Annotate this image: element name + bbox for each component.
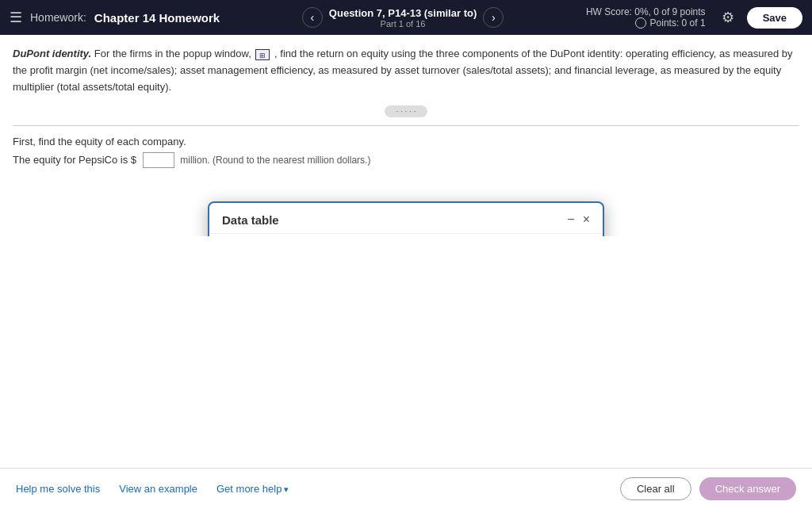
- save-button[interactable]: Save: [747, 7, 802, 29]
- divider: [13, 125, 799, 126]
- question-text: DuPont identity. For the firms in the po…: [13, 46, 799, 95]
- modal-body: Click on the following Icon ⧉ in order t…: [209, 234, 603, 236]
- collapse-bar: · · · · ·: [13, 105, 799, 117]
- data-table-modal: Data table − × Click on the following Ic…: [208, 201, 604, 236]
- hw-score-section: HW Score: 0%, 0 of 9 points Points: 0 of…: [586, 6, 706, 29]
- equity-input[interactable]: [143, 152, 174, 168]
- dupont-bold-label: DuPont identity.: [13, 48, 91, 59]
- equity-intro: First, find the equity of each company.: [13, 136, 799, 147]
- equity-prefix-text: The equity for PepsiCo is $: [13, 154, 136, 166]
- collapse-dots[interactable]: · · · · ·: [385, 105, 427, 117]
- question-title: Question 7, P14-13 (similar to): [329, 7, 477, 19]
- points-label: Points: 0 of 1: [650, 17, 706, 29]
- hw-score-label: HW Score: 0%, 0 of 9 points: [586, 6, 706, 17]
- header: ☰ Homework: Chapter 14 Homework ‹ Questi…: [0, 0, 812, 35]
- score-circle-icon: [635, 17, 646, 29]
- question-text-part1: For the firms in the popup window,: [94, 48, 251, 59]
- equity-question-line: The equity for PepsiCo is $ million. (Ro…: [13, 152, 799, 168]
- chapter-title: Chapter 14 Homework: [94, 11, 220, 25]
- table-icon[interactable]: ⊞: [255, 49, 270, 60]
- next-question-button[interactable]: ›: [483, 7, 504, 28]
- homework-label: Homework:: [30, 11, 86, 24]
- prev-question-button[interactable]: ‹: [302, 7, 323, 28]
- modal-title: Data table: [222, 213, 279, 227]
- question-sub: Part 1 of 16: [329, 19, 477, 29]
- equity-hint: million. (Round to the nearest million d…: [180, 155, 370, 166]
- nav-center: ‹ Question 7, P14-13 (similar to) Part 1…: [228, 7, 578, 29]
- menu-icon[interactable]: ☰: [10, 9, 22, 26]
- question-info: Question 7, P14-13 (similar to) Part 1 o…: [329, 7, 477, 29]
- modal-header: Data table − ×: [209, 203, 603, 234]
- modal-minimize-button[interactable]: −: [567, 212, 574, 227]
- settings-button[interactable]: ⚙: [722, 9, 734, 26]
- main-content: DuPont identity. For the firms in the po…: [0, 35, 812, 236]
- modal-close-button[interactable]: ×: [583, 212, 590, 227]
- modal-controls: − ×: [567, 212, 590, 227]
